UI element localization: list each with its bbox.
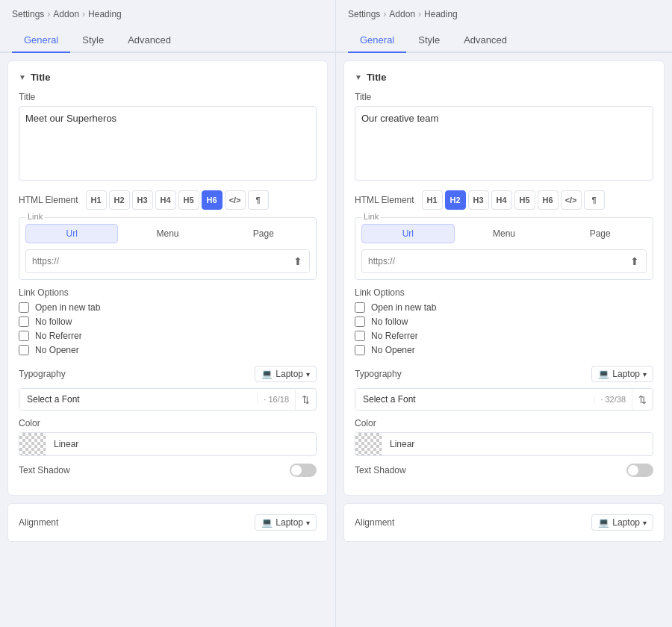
link-section: LinkUrlMenuPage⬆ xyxy=(355,217,653,280)
title-textarea[interactable] xyxy=(19,106,317,181)
url-upload-icon[interactable]: ⬆ xyxy=(623,250,646,272)
link-tab-page[interactable]: Page xyxy=(553,224,647,243)
html-btn-H1[interactable]: H1 xyxy=(86,190,107,210)
html-btn-H2[interactable]: H2 xyxy=(109,190,130,210)
title-section-card: ▼TitleTitleHTML ElementH1H2H3H4H5H6</>¶L… xyxy=(343,60,665,496)
laptop-icon-align: 💻 xyxy=(598,517,609,528)
font-row: Select a Font· 16/18⇅ xyxy=(19,388,317,411)
html-btn-H4[interactable]: H4 xyxy=(155,190,176,210)
checkbox-row-0: Open in new tab xyxy=(19,302,317,313)
checkbox-label-0: Open in new tab xyxy=(371,302,436,313)
link-options-label: Link Options xyxy=(355,287,653,298)
url-input[interactable] xyxy=(362,252,623,271)
chevron-down-icon-align: ▾ xyxy=(643,519,647,527)
link-label: Link xyxy=(361,212,381,221)
alignment-device-select[interactable]: 💻Laptop▾ xyxy=(255,514,317,531)
title-textarea[interactable] xyxy=(355,106,653,181)
chevron-down-icon: ▾ xyxy=(643,370,647,378)
breadcrumb-item-1[interactable]: Addon xyxy=(389,9,415,19)
color-field-label: Color xyxy=(19,418,317,428)
text-shadow-toggle[interactable] xyxy=(290,464,317,477)
html-btn-code[interactable]: </> xyxy=(561,190,582,210)
color-field-label: Color xyxy=(355,418,653,428)
typography-row: Typography💻Laptop▾ xyxy=(19,366,317,382)
breadcrumb-item-2[interactable]: Heading xyxy=(424,9,458,19)
html-btn-H6[interactable]: H6 xyxy=(538,190,559,210)
checkbox-no-follow[interactable] xyxy=(355,316,365,327)
checkbox-no-opener[interactable] xyxy=(355,345,365,355)
link-tab-menu[interactable]: Menu xyxy=(121,224,214,243)
link-tab-url[interactable]: Url xyxy=(25,224,118,243)
tab-general[interactable]: General xyxy=(12,28,70,53)
link-tab-page[interactable]: Page xyxy=(217,224,310,243)
alignment-label: Alignment xyxy=(19,517,249,528)
laptop-icon-align: 💻 xyxy=(261,517,273,528)
alignment-section-card: Alignment💻Laptop▾ xyxy=(7,503,328,542)
device-select[interactable]: 💻Laptop▾ xyxy=(591,366,653,382)
title-field-group: Title xyxy=(19,92,317,183)
checkbox-row-2: No Referrer xyxy=(355,331,653,341)
checkbox-row-1: No follow xyxy=(355,316,653,327)
link-tab-menu[interactable]: Menu xyxy=(458,224,551,243)
font-adjust-icon[interactable]: ⇅ xyxy=(632,390,653,410)
breadcrumb: Settings › Addon › Heading xyxy=(336,0,672,28)
collapse-arrow-icon[interactable]: ▼ xyxy=(19,73,26,81)
checkbox-open-in-new-tab[interactable] xyxy=(355,302,365,313)
html-btn-H3[interactable]: H3 xyxy=(132,190,153,210)
url-input[interactable] xyxy=(26,252,287,271)
alignment-device-label: Laptop xyxy=(276,517,303,528)
html-btn-H1[interactable]: H1 xyxy=(422,190,443,210)
tab-style[interactable]: Style xyxy=(70,28,116,53)
chevron-down-icon: ▾ xyxy=(306,370,310,378)
tab-general[interactable]: General xyxy=(348,28,406,53)
font-select[interactable]: Select a Font xyxy=(19,389,257,410)
section-header[interactable]: ▼Title xyxy=(355,72,653,83)
html-btn-para[interactable]: ¶ xyxy=(248,190,269,210)
html-btn-H6[interactable]: H6 xyxy=(202,190,223,210)
collapse-arrow-icon[interactable]: ▼ xyxy=(355,73,362,81)
color-row[interactable]: Linear xyxy=(19,432,317,456)
link-tabs: UrlMenuPage xyxy=(361,224,647,243)
html-btn-H4[interactable]: H4 xyxy=(491,190,512,210)
text-shadow-row: Text Shadow xyxy=(355,464,653,477)
checkbox-label-3: No Opener xyxy=(35,345,79,355)
alignment-label: Alignment xyxy=(355,517,585,528)
panel-right: Settings › Addon › HeadingGeneralStyleAd… xyxy=(336,0,672,627)
link-section: LinkUrlMenuPage⬆ xyxy=(19,217,317,280)
html-element-row: HTML ElementH1H2H3H4H5H6</>¶ xyxy=(355,190,653,210)
alignment-section-card: Alignment💻Laptop▾ xyxy=(343,503,665,542)
breadcrumb-item-0: Settings xyxy=(348,9,380,19)
html-btn-H5[interactable]: H5 xyxy=(178,190,199,210)
checkbox-no-opener[interactable] xyxy=(19,345,29,355)
html-btn-para[interactable]: ¶ xyxy=(584,190,605,210)
link-tab-url[interactable]: Url xyxy=(361,224,455,243)
font-adjust-icon[interactable]: ⇅ xyxy=(295,390,316,410)
tab-advanced[interactable]: Advanced xyxy=(116,28,183,53)
checkbox-no-follow[interactable] xyxy=(19,316,29,327)
html-element-label: HTML Element xyxy=(355,195,414,205)
checkbox-label-2: No Referrer xyxy=(371,331,418,341)
text-shadow-toggle[interactable] xyxy=(626,464,653,477)
checkbox-row-3: No Opener xyxy=(19,345,317,355)
checkbox-open-in-new-tab[interactable] xyxy=(19,302,29,313)
breadcrumb-item-1[interactable]: Addon xyxy=(53,9,79,19)
html-btn-H2[interactable]: H2 xyxy=(445,190,466,210)
link-border: LinkUrlMenuPage⬆ xyxy=(19,217,317,280)
color-row[interactable]: Linear xyxy=(355,432,653,456)
checkbox-no-referrer[interactable] xyxy=(19,331,29,341)
alignment-device-select[interactable]: 💻Laptop▾ xyxy=(591,514,653,531)
tab-advanced[interactable]: Advanced xyxy=(452,28,519,53)
alignment-device-label: Laptop xyxy=(612,517,640,528)
font-size-text: · 32/38 xyxy=(594,395,632,404)
font-select[interactable]: Select a Font xyxy=(355,389,594,410)
link-tabs: UrlMenuPage xyxy=(25,224,310,243)
url-upload-icon[interactable]: ⬆ xyxy=(287,250,309,272)
html-btn-H5[interactable]: H5 xyxy=(514,190,535,210)
breadcrumb-item-2[interactable]: Heading xyxy=(88,9,122,19)
html-btn-code[interactable]: </> xyxy=(225,190,246,210)
checkbox-no-referrer[interactable] xyxy=(355,331,365,341)
section-header[interactable]: ▼Title xyxy=(19,72,317,83)
tab-style[interactable]: Style xyxy=(406,28,452,53)
html-btn-H3[interactable]: H3 xyxy=(468,190,489,210)
device-select[interactable]: 💻Laptop▾ xyxy=(255,366,317,382)
